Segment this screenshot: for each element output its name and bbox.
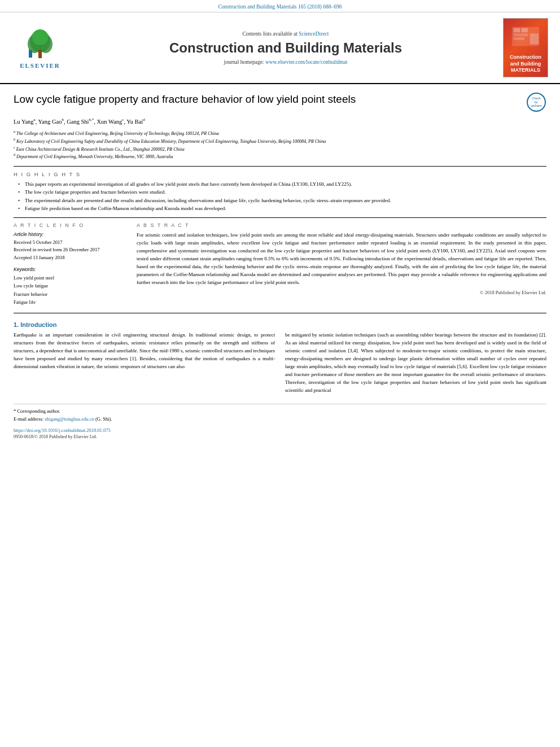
keyword-2: Low cycle fatigue [14, 282, 126, 290]
homepage-line: journal homepage: www.elsevier.com/locat… [224, 59, 348, 65]
intro-col-1: Earthquake is an important consideration… [14, 331, 275, 395]
abstract-col: A B S T R A C T For seismic control and … [137, 222, 546, 307]
author-4: Xun Wang [97, 119, 123, 125]
corresponding-author-note: * Corresponding author. [14, 408, 546, 416]
svg-rect-11 [514, 37, 524, 40]
journal-header: ELSEVIER Contents lists available at Sci… [0, 12, 560, 84]
top-citation-link[interactable]: Construction and Building Materials 165 … [218, 4, 342, 10]
elsevier-wordmark: ELSEVIER [20, 62, 60, 69]
email-note: E-mail address: shigang@tsinghua.edu.cn … [14, 416, 546, 423]
svg-rect-10 [514, 33, 528, 36]
author-3-sup: b,* [89, 117, 94, 122]
affiliation-1: a The College of Architecture and Civil … [14, 129, 546, 137]
issn-line: 0950-0618/© 2018 Published by Elsevier L… [14, 434, 546, 439]
check-updates-label: Check for updates [531, 97, 542, 108]
author-1: Lu Yang [14, 119, 34, 125]
affiliation-2: b Key Laboratory of Civil Engineering Sa… [14, 137, 546, 145]
check-updates-badge: Check for updates [526, 92, 546, 112]
article-title-area: Low cycle fatigue property and fracture … [14, 92, 546, 112]
article-title: Low cycle fatigue property and fracture … [14, 92, 519, 107]
svg-rect-9 [521, 28, 528, 33]
header-center: Contents lists available at ScienceDirec… [77, 18, 495, 77]
revised-date: Received in revised form 26 December 201… [14, 246, 126, 254]
author-1-sup: a [34, 117, 36, 122]
doi-link[interactable]: https://doi.org/10.1016/j.conbuildmat.20… [14, 427, 546, 433]
journal-title: Construction and Building Materials [169, 40, 402, 56]
author-5-sup: d [143, 117, 145, 122]
highlights-heading: H I G H L I G H T S [14, 171, 546, 177]
cover-title: Construction and Building MATERIALS [510, 54, 541, 74]
top-citation-bar: Construction and Building Materials 165 … [0, 0, 560, 12]
header-left: ELSEVIER [9, 18, 71, 77]
science-direct-line: Contents lists available at ScienceDirec… [242, 31, 329, 37]
abstract-heading: A B S T R A C T [137, 222, 546, 228]
svg-rect-12 [530, 33, 539, 44]
affiliation-4: d Department of Civil Engineering, Monas… [14, 152, 546, 160]
svg-point-4 [32, 29, 48, 45]
highlight-item-4: Fatigue life prediction based on the Cof… [18, 205, 546, 213]
journal-cover: Construction and Building MATERIALS [503, 18, 548, 77]
keyword-4: Fatigue life [14, 298, 126, 306]
article-info-col: A R T I C L E I N F O Article history: R… [14, 222, 126, 307]
highlights-list: This paper reports an experimental inves… [14, 181, 546, 213]
introduction-body: Earthquake is an important consideration… [14, 331, 546, 395]
highlight-item-3: The experimental details are presented a… [18, 197, 546, 205]
divider-1 [14, 166, 546, 167]
footnotes: * Corresponding author. E-mail address: … [14, 404, 546, 423]
author-2: Yang Gao [38, 119, 62, 125]
intro-text-2: be mitigated by seismic isolation techni… [285, 331, 546, 395]
intro-col-2: be mitigated by seismic isolation techni… [285, 331, 546, 395]
author-2-sup: b [62, 117, 64, 122]
elsevier-tree-icon [23, 27, 57, 61]
article-info-abstract: A R T I C L E I N F O Article history: R… [14, 222, 546, 307]
author-3: Gang Shi [67, 119, 89, 125]
keywords-label: Keywords: [14, 267, 126, 272]
header-right: Construction and Building MATERIALS [500, 18, 551, 77]
keywords-section: Keywords: Low yield point steel Low cycl… [14, 267, 126, 307]
affiliation-3: c East China Architectural Design & Rese… [14, 145, 546, 153]
highlight-item-1: This paper reports an experimental inves… [18, 181, 546, 189]
introduction-title: 1. Introduction [14, 321, 546, 328]
svg-rect-5 [38, 50, 42, 58]
article-history: Article history: Received 5 October 2017… [14, 231, 126, 262]
copyright-line: © 2018 Published by Elsevier Ltd. [137, 290, 546, 295]
author-4-sup: c [122, 117, 124, 122]
email-link[interactable]: shigang@tsinghua.edu.cn [45, 416, 94, 422]
divider-3 [14, 313, 546, 313]
author-5: Yu Bai [126, 119, 143, 125]
page: Construction and Building Materials 165 … [0, 0, 560, 747]
article-info-heading: A R T I C L E I N F O [14, 222, 126, 228]
abstract-text: For seismic control and isolation techni… [137, 231, 546, 287]
intro-text-1: Earthquake is an important consideration… [14, 331, 275, 371]
introduction-section: 1. Introduction Earthquake is an importa… [14, 321, 546, 395]
homepage-link[interactable]: www.elsevier.com/locate/conbuildmat [265, 59, 348, 65]
accepted-date: Accepted 13 January 2018 [14, 254, 126, 262]
elsevier-logo: ELSEVIER [20, 27, 60, 69]
received-date: Received 5 October 2017 [14, 239, 126, 247]
science-direct-link[interactable]: ScienceDirect [299, 31, 329, 37]
keyword-1: Low yield point steel [14, 274, 126, 282]
keyword-3: Fracture behavior [14, 290, 126, 298]
divider-2 [14, 217, 546, 218]
svg-rect-8 [514, 28, 520, 33]
affiliations: a The College of Architecture and Civil … [14, 129, 546, 160]
highlight-item-2: The low cycle fatigue properties and fra… [18, 189, 546, 196]
cover-illustration-icon [509, 21, 542, 54]
authors-line: Lu Yanga, Yang Gaob, Gang Shib,*, Xun Wa… [14, 117, 546, 126]
main-content: Low cycle fatigue property and fracture … [0, 84, 560, 447]
check-updates-circle: Check for updates [527, 93, 546, 112]
bottom-links: https://doi.org/10.1016/j.conbuildmat.20… [14, 427, 546, 439]
history-label: Article history: [14, 231, 126, 237]
